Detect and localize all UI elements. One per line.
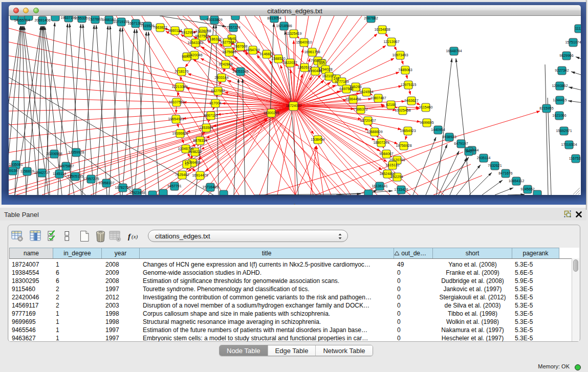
svg-text:20120746: 20120746	[389, 158, 405, 162]
svg-text:18724007: 18724007	[286, 104, 301, 107]
svg-text:5822037: 5822037	[283, 61, 297, 64]
svg-text:16543382: 16543382	[187, 41, 203, 45]
svg-text:12942737: 12942737	[34, 171, 50, 174]
svg-text:8813054: 8813054	[267, 16, 281, 20]
svg-text:2867608: 2867608	[233, 45, 247, 48]
svg-text:39159: 39159	[9, 169, 18, 172]
svg-text:1440954: 1440954	[431, 128, 445, 132]
svg-text:252254: 252254	[391, 175, 403, 179]
svg-text:1167533: 1167533	[569, 157, 581, 160]
svg-text:946: 946	[466, 149, 472, 153]
svg-text:9463627: 9463627	[404, 99, 418, 102]
svg-text:29053346: 29053346	[232, 70, 248, 73]
svg-text:1538454: 1538454	[311, 138, 324, 141]
svg-text:12505135: 12505135	[67, 174, 83, 178]
svg-text:9829966: 9829966	[559, 54, 573, 57]
svg-text:1615132: 1615132	[385, 163, 399, 167]
svg-text:995: 995	[319, 61, 325, 65]
svg-text:7625402: 7625402	[175, 173, 189, 177]
svg-text:20691406: 20691406	[34, 18, 50, 22]
svg-text:15716485: 15716485	[202, 185, 218, 189]
svg-text:16648784: 16648784	[446, 49, 462, 53]
svg-text:1112: 1112	[575, 27, 581, 30]
svg-text:3675685: 3675685	[222, 50, 236, 54]
svg-text:9660124: 9660124	[168, 29, 182, 32]
svg-text:12213389: 12213389	[171, 85, 187, 89]
svg-text:11325419: 11325419	[286, 32, 302, 35]
svg-text:19218586: 19218586	[276, 24, 292, 28]
svg-text:10973493: 10973493	[392, 53, 408, 57]
svg-text:8938923: 8938923	[442, 135, 456, 139]
svg-text:15640910: 15640910	[296, 40, 312, 44]
svg-text:6794028: 6794028	[318, 68, 332, 71]
svg-text:16136141: 16136141	[372, 184, 387, 188]
svg-text:8067110: 8067110	[204, 114, 218, 117]
svg-text:8912954: 8912954	[181, 31, 195, 34]
svg-text:12093862: 12093862	[552, 84, 568, 87]
svg-text:17016504: 17016504	[561, 143, 577, 146]
svg-text:12213967: 12213967	[383, 40, 399, 43]
svg-text:16914479: 16914479	[192, 173, 208, 177]
svg-text:10654112: 10654112	[509, 179, 525, 183]
svg-text:(x): (x)	[132, 233, 138, 240]
svg-text:f: f	[128, 232, 132, 240]
svg-text:2718176: 2718176	[175, 70, 188, 73]
svg-text:9327508: 9327508	[220, 40, 234, 44]
svg-text:10958107: 10958107	[98, 181, 114, 185]
svg-text:14055714: 14055714	[14, 18, 30, 22]
svg-text:20206568: 20206568	[46, 152, 62, 156]
svg-text:3624554: 3624554	[359, 90, 373, 94]
svg-text:10807487: 10807487	[370, 96, 386, 100]
svg-text:9146821: 9146821	[259, 52, 273, 56]
svg-text:1145114: 1145114	[53, 172, 66, 176]
svg-text:12975115: 12975115	[401, 83, 417, 86]
svg-text:62160: 62160	[386, 103, 396, 106]
svg-text:2087682: 2087682	[364, 16, 378, 20]
svg-text:10107553: 10107553	[168, 100, 184, 104]
svg-text:9227342: 9227342	[555, 69, 569, 72]
svg-text:18807249: 18807249	[373, 141, 389, 144]
svg-text:12923448: 12923448	[129, 191, 145, 194]
svg-text:9699695: 9699695	[420, 121, 433, 124]
svg-text:7557224: 7557224	[226, 26, 240, 29]
svg-text:1527602: 1527602	[88, 17, 102, 21]
svg-text:2803144: 2803144	[214, 76, 228, 79]
svg-text:12: 12	[185, 162, 189, 166]
svg-text:9457791: 9457791	[167, 184, 181, 188]
svg-text:9498222: 9498222	[188, 150, 202, 154]
svg-text:7386372: 7386372	[354, 107, 367, 111]
svg-text:19654923: 19654923	[168, 117, 184, 121]
svg-text:1156819: 1156819	[20, 169, 34, 173]
svg-text:8454749: 8454749	[246, 48, 259, 52]
svg-text:13226058: 13226058	[195, 29, 211, 33]
svg-text:7632621: 7632621	[488, 164, 502, 167]
svg-text:98901: 98901	[182, 55, 192, 58]
svg-text:1733426: 1733426	[394, 188, 408, 191]
svg-text:20364456: 20364456	[345, 97, 361, 101]
svg-text:1353594: 1353594	[199, 126, 213, 129]
svg-text:19166829: 19166829	[172, 132, 188, 135]
svg-text:10719155: 10719155	[113, 20, 129, 24]
svg-text:19756928: 19756928	[396, 144, 411, 147]
svg-text:19975867: 19975867	[58, 164, 74, 168]
svg-text:2935114: 2935114	[477, 156, 491, 160]
svg-text:16033809: 16033809	[206, 18, 222, 21]
svg-text:7515526: 7515526	[140, 24, 154, 28]
svg-text:9115460: 9115460	[419, 105, 433, 109]
svg-text:7663822: 7663822	[153, 26, 167, 29]
svg-text:10025458: 10025458	[395, 108, 410, 112]
svg-text:1588520: 1588520	[271, 57, 285, 60]
svg-text:1362615: 1362615	[297, 65, 311, 69]
svg-text:16782759: 16782759	[115, 186, 130, 189]
svg-text:18300295: 18300295	[263, 111, 279, 115]
svg-text:6479197: 6479197	[454, 142, 468, 145]
svg-text:17957275: 17957275	[83, 177, 99, 181]
svg-text:8427552: 8427552	[211, 89, 225, 93]
svg-text:19654923: 19654923	[400, 129, 416, 133]
svg-text:1244415: 1244415	[553, 98, 567, 102]
svg-text:7485063: 7485063	[398, 68, 412, 72]
svg-text:9242848: 9242848	[219, 62, 232, 66]
svg-text:1621066: 1621066	[552, 114, 566, 117]
svg-text:8471676: 8471676	[498, 171, 512, 175]
svg-text:15692971: 15692971	[556, 129, 572, 133]
